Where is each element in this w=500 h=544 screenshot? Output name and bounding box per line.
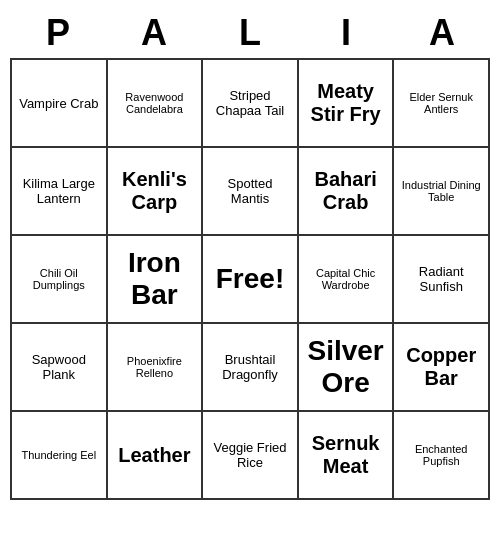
- grid-cell-14: Radiant Sunfish: [394, 236, 490, 324]
- bingo-grid: Vampire CrabRavenwood CandelabraStriped …: [10, 58, 490, 500]
- grid-cell-11: Iron Bar: [108, 236, 204, 324]
- grid-cell-17: Brushtail Dragonfly: [203, 324, 299, 412]
- header-row: PALIA: [10, 8, 490, 58]
- grid-cell-1: Ravenwood Candelabra: [108, 60, 204, 148]
- grid-cell-0: Vampire Crab: [12, 60, 108, 148]
- grid-cell-24: Enchanted Pupfish: [394, 412, 490, 500]
- header-letter: I: [298, 8, 394, 58]
- grid-cell-3: Meaty Stir Fry: [299, 60, 395, 148]
- bingo-card: PALIA Vampire CrabRavenwood CandelabraSt…: [10, 8, 490, 500]
- grid-cell-18: Silver Ore: [299, 324, 395, 412]
- header-letter: P: [10, 8, 106, 58]
- header-letter: A: [394, 8, 490, 58]
- grid-cell-7: Spotted Mantis: [203, 148, 299, 236]
- grid-cell-19: Copper Bar: [394, 324, 490, 412]
- grid-cell-9: Industrial Dining Table: [394, 148, 490, 236]
- grid-cell-15: Sapwood Plank: [12, 324, 108, 412]
- grid-cell-13: Capital Chic Wardrobe: [299, 236, 395, 324]
- grid-cell-2: Striped Chapaa Tail: [203, 60, 299, 148]
- grid-cell-23: Sernuk Meat: [299, 412, 395, 500]
- grid-cell-10: Chili Oil Dumplings: [12, 236, 108, 324]
- header-letter: L: [202, 8, 298, 58]
- grid-cell-6: Kenli's Carp: [108, 148, 204, 236]
- grid-cell-16: Phoenixfire Relleno: [108, 324, 204, 412]
- grid-cell-20: Thundering Eel: [12, 412, 108, 500]
- grid-cell-4: Elder Sernuk Antlers: [394, 60, 490, 148]
- grid-cell-22: Veggie Fried Rice: [203, 412, 299, 500]
- grid-cell-8: Bahari Crab: [299, 148, 395, 236]
- grid-cell-12: Free!: [203, 236, 299, 324]
- header-letter: A: [106, 8, 202, 58]
- grid-cell-21: Leather: [108, 412, 204, 500]
- grid-cell-5: Kilima Large Lantern: [12, 148, 108, 236]
